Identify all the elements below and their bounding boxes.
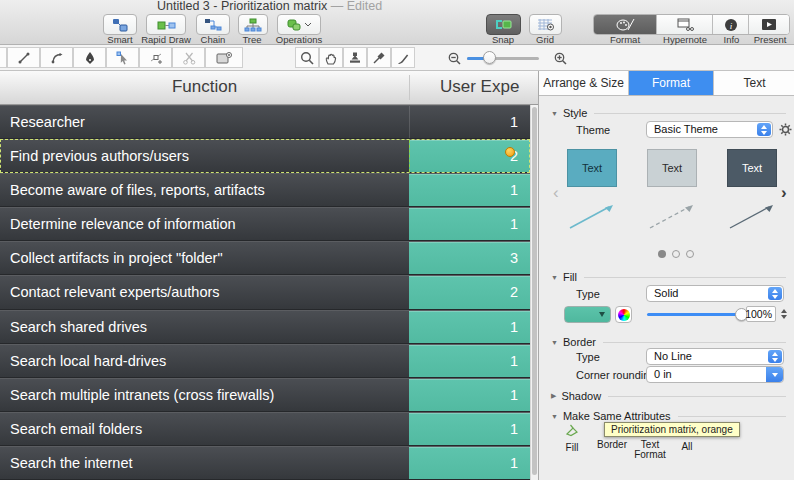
scrollbar-thumb[interactable] — [532, 107, 537, 475]
row-value-cell[interactable]: 2 — [409, 276, 530, 308]
shape-style-icon — [216, 51, 232, 65]
opacity-slider-track[interactable] — [647, 313, 743, 316]
color-wheel-button[interactable] — [615, 306, 632, 323]
pen-tool-button[interactable] — [73, 47, 106, 68]
row-value-cell[interactable]: 1 — [409, 174, 530, 206]
zoom-in-icon[interactable] — [554, 52, 567, 65]
border-type-select[interactable]: No Line — [646, 348, 784, 365]
eyedropper-tool-button[interactable] — [367, 47, 391, 68]
table-row[interactable]: Search email folders 1 — [0, 412, 530, 446]
arrow-preview-dashed-gray[interactable] — [647, 201, 697, 231]
row-value-cell[interactable]: 1 — [409, 208, 530, 240]
stamp-icon — [348, 51, 362, 65]
row-label: Contact relevant experts/authors — [10, 276, 220, 309]
paintbrush-tool-button[interactable] — [391, 47, 415, 68]
table-row[interactable]: Become aware of files, reports, artifact… — [0, 173, 530, 207]
partial-tool-button[interactable] — [0, 47, 7, 68]
rapid-draw-button[interactable] — [146, 14, 186, 35]
grid-button[interactable] — [529, 14, 562, 35]
smart-button[interactable] — [103, 14, 137, 35]
shadow-section-header[interactable]: ▶ Shadow — [551, 390, 786, 402]
zoom-slider-thumb[interactable] — [483, 51, 496, 64]
inspector-panel: Arrange & Size Format Text ▼ Style Theme… — [538, 71, 794, 480]
theme-preview-1[interactable]: Text — [567, 149, 617, 187]
arrow-preview-solid-teal[interactable] — [567, 201, 617, 231]
make-same-section-header[interactable]: ▼ Make Same Attributes — [551, 410, 786, 422]
row-label: Search email folders — [10, 413, 142, 446]
operations-button[interactable] — [277, 14, 321, 35]
table-row[interactable]: Search local hard-drives 1 — [0, 344, 530, 378]
border-section-header[interactable]: ▼ Border — [551, 336, 786, 348]
format-segment[interactable] — [594, 15, 657, 34]
opacity-stepper[interactable] — [778, 306, 789, 322]
present-segment[interactable] — [749, 15, 789, 34]
tab-format[interactable]: Format — [629, 71, 714, 95]
add-anchor-tool-button[interactable] — [139, 47, 172, 68]
view-segmented-control: i — [593, 14, 790, 35]
disclosure-triangle-icon: ▼ — [551, 339, 558, 346]
opacity-value-field[interactable]: 100% — [746, 306, 776, 322]
carousel-prev-icon[interactable]: ‹ — [553, 184, 559, 201]
carousel-dot-active[interactable] — [658, 250, 666, 258]
arrow-preview-solid-dark[interactable] — [727, 201, 777, 231]
fill-color-swatch[interactable] — [564, 306, 611, 323]
table-row[interactable]: Search multiple intranets (cross firewal… — [0, 378, 530, 412]
row-value-cell[interactable]: 1 — [409, 106, 530, 138]
snap-button[interactable] — [486, 14, 521, 35]
make-same-format-label[interactable]: Format — [630, 449, 670, 460]
corner-rounding-select[interactable]: 0 in — [646, 366, 784, 383]
gear-icon[interactable] — [779, 123, 792, 136]
carousel-dot[interactable] — [672, 250, 680, 258]
theme-select[interactable]: Basic Theme — [646, 121, 773, 138]
scissors-icon — [182, 51, 196, 65]
make-same-border-label[interactable]: Border — [594, 439, 630, 450]
shape-style-tool-button[interactable] — [205, 47, 243, 68]
make-same-fill-icon[interactable] — [564, 423, 580, 437]
row-value-cell[interactable]: 1 — [409, 379, 530, 411]
edited-badge: — Edited — [331, 0, 382, 13]
fill-section-header[interactable]: ▼ Fill — [551, 271, 786, 283]
cut-tool-button[interactable] — [172, 47, 205, 68]
canvas-vertical-scrollbar[interactable] — [530, 105, 538, 480]
make-same-fill-label[interactable]: Fill — [557, 442, 587, 453]
carousel-next-icon[interactable]: › — [781, 184, 787, 201]
fill-type-select[interactable]: Solid — [646, 285, 784, 302]
theme-preview-2[interactable]: Text — [647, 149, 697, 187]
hypernote-segment[interactable] — [657, 15, 712, 34]
row-value-cell[interactable]: 2 — [409, 140, 530, 172]
tab-text[interactable]: Text — [714, 71, 794, 95]
table-row[interactable]: Researcher 1 — [0, 105, 530, 139]
info-segment[interactable]: i — [713, 15, 750, 34]
pan-tool-button[interactable] — [319, 47, 343, 68]
table-row-selected[interactable]: Find previous authors/users 2 — [0, 139, 530, 173]
row-value-cell[interactable]: 1 — [409, 447, 530, 479]
line-tool-button[interactable] — [7, 47, 40, 68]
row-value-cell[interactable]: 1 — [409, 413, 530, 445]
node-edit-tool-button[interactable] — [106, 47, 139, 68]
chain-button[interactable] — [196, 14, 230, 35]
table-row[interactable]: Search the internet 1 — [0, 446, 530, 480]
row-label: Researcher — [10, 106, 85, 139]
zoom-tool-button[interactable] — [295, 47, 319, 68]
table-row[interactable]: Determine relevance of information 1 — [0, 207, 530, 241]
zoom-out-icon[interactable] — [448, 52, 461, 65]
theme-label: Theme — [576, 124, 610, 136]
arc-tool-button[interactable] — [40, 47, 73, 68]
matrix-rows: Researcher 1 Find previous authors/users… — [0, 105, 530, 480]
row-value-cell[interactable]: 1 — [409, 345, 530, 377]
row-value-cell[interactable]: 3 — [409, 242, 530, 274]
tree-icon — [244, 18, 262, 32]
theme-preview-3[interactable]: Text — [727, 149, 777, 187]
tab-arrange-size[interactable]: Arrange & Size — [539, 71, 629, 95]
canvas[interactable]: Function User Expe Researcher 1 Find pre… — [0, 71, 538, 480]
stamp-tool-button[interactable] — [343, 47, 367, 68]
carousel-dot[interactable] — [686, 250, 694, 258]
style-section-header[interactable]: ▼ Style — [551, 107, 786, 119]
make-same-all-label[interactable]: All — [674, 441, 700, 452]
table-row[interactable]: Search shared drives 1 — [0, 310, 530, 344]
table-row[interactable]: Collect artifacts in project "folder" 3 — [0, 241, 530, 275]
table-row[interactable]: Contact relevant experts/authors 2 — [0, 275, 530, 309]
zoom-slider-track[interactable] — [467, 57, 539, 60]
tree-button[interactable] — [238, 14, 268, 35]
row-value-cell[interactable]: 1 — [409, 311, 530, 343]
